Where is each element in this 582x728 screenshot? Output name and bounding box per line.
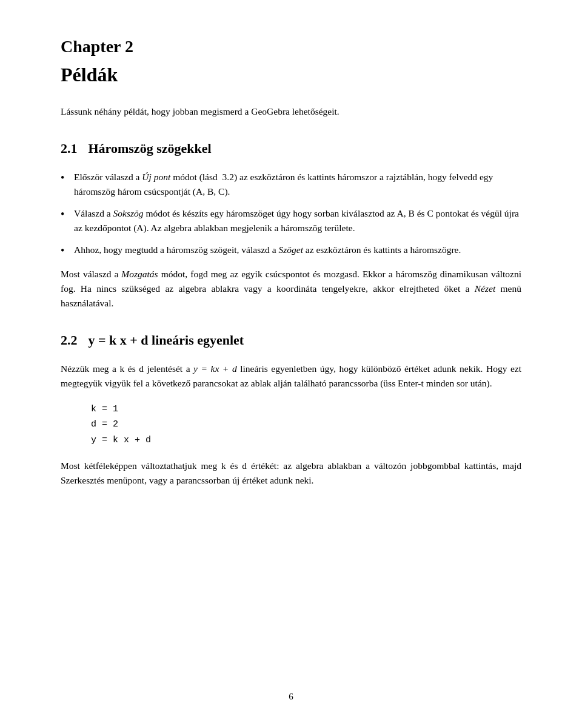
code-line-3: y = k x + d xyxy=(91,433,521,448)
bullet-dot-1: • xyxy=(61,170,74,185)
code-line-1: k = 1 xyxy=(91,402,521,417)
italic-uj-pont: Új pont xyxy=(142,172,170,182)
section-2-1-heading: 2.1 Háromszög szögekkel xyxy=(61,138,521,159)
italic-sokszog: Sokszög xyxy=(113,208,144,218)
section-2-2-title: y = k x + d lineáris egyenlet xyxy=(89,330,244,351)
section-2-1-number: 2.1 xyxy=(61,138,78,159)
math-formula-inline: y = kx + d xyxy=(193,363,237,374)
chapter-title: Példák xyxy=(61,63,521,86)
italic-nezet: Nézet xyxy=(475,283,495,294)
section-2-1-title: Háromszög szögekkel xyxy=(89,138,212,159)
italic-mozgatas: Mozgatás xyxy=(121,269,158,279)
bullet-item-2: • Válaszd a Sokszög módot és készíts egy… xyxy=(61,206,521,235)
code-block: k = 1 d = 2 y = k x + d xyxy=(91,402,521,448)
section-2-2-paragraph-2: Most kétféleképpen változtathatjuk meg k… xyxy=(61,459,521,488)
section-2-1-paragraph-1: Most válaszd a Mozgatás módot, fogd meg … xyxy=(61,267,521,311)
bullet-text-1: Először válaszd a Új pont módot (lásd 3.… xyxy=(74,170,521,199)
page-number: 6 xyxy=(289,690,293,704)
bullet-dot-3: • xyxy=(61,243,74,258)
italic-szoget: Szöget xyxy=(278,244,303,255)
code-line-2: d = 2 xyxy=(91,417,521,433)
bullet-text-3: Ahhoz, hogy megtudd a háromszög szögeit,… xyxy=(74,243,521,257)
intro-paragraph: Lássunk néhány példát, hogy jobban megis… xyxy=(61,104,521,119)
bullet-dot-2: • xyxy=(61,206,74,221)
section-2-1: 2.1 Háromszög szögekkel • Először válasz… xyxy=(61,138,521,311)
page: Chapter 2 Példák Lássunk néhány példát, … xyxy=(0,0,582,728)
bullet-item-1: • Először válaszd a Új pont módot (lásd … xyxy=(61,170,521,199)
section-2-2: 2.2 y = k x + d lineáris egyenlet Nézzük… xyxy=(61,330,521,488)
section-2-2-number: 2.2 xyxy=(61,330,78,351)
section-2-2-heading: 2.2 y = k x + d lineáris egyenlet xyxy=(61,330,521,351)
chapter-label: Chapter 2 xyxy=(61,36,521,57)
section-2-2-paragraph-1: Nézzük meg a k és d jelentését a y = kx … xyxy=(61,362,521,391)
section-2-1-bullets: • Először válaszd a Új pont módot (lásd … xyxy=(61,170,521,258)
bullet-text-2: Válaszd a Sokszög módot és készíts egy h… xyxy=(74,206,521,235)
bullet-item-3: • Ahhoz, hogy megtudd a háromszög szögei… xyxy=(61,243,521,258)
